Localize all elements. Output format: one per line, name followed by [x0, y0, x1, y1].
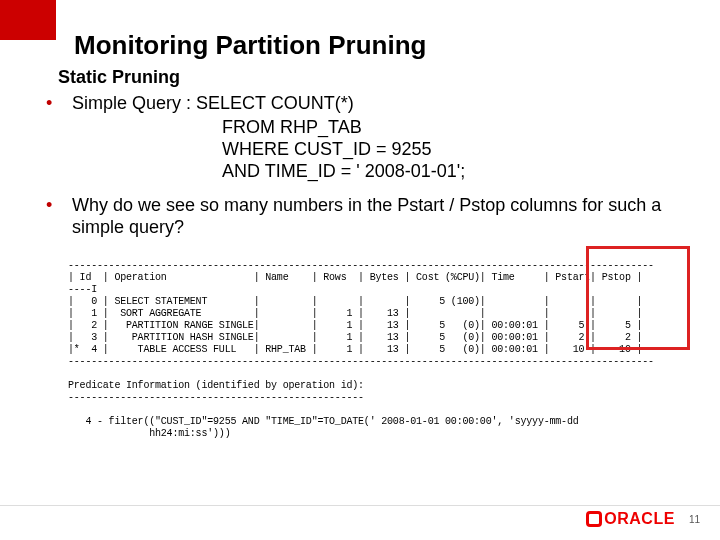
plan-sep-marker: ----I: [68, 284, 97, 295]
bullet-2: • Why do we see so many numbers in the P…: [58, 194, 700, 238]
slide-footer: ORACLE 11: [586, 510, 700, 528]
slide-subtitle: Static Pruning: [58, 67, 700, 88]
footer-divider: [0, 505, 720, 506]
predicate-sep: ----------------------------------------…: [68, 392, 364, 403]
bullet-2-body: Why do we see so many numbers in the Pst…: [72, 194, 700, 238]
predicate-line-1: 4 - filter(("CUST_ID"=9255 AND "TIME_ID"…: [68, 416, 579, 427]
sql-line-4: AND TIME_ID = ' 2008-01-01';: [222, 160, 700, 182]
oracle-o-icon: [586, 511, 602, 527]
sql-line-1: SELECT COUNT(*): [196, 93, 354, 113]
plan-row-3: | 3 | PARTITION HASH SINGLE| | 1 | 13 | …: [68, 332, 642, 343]
bullet-1-body: Simple Query : SELECT COUNT(*): [72, 92, 700, 114]
plan-row-1: | 1 | SORT AGGREGATE | | 1 | 13 | | | | …: [68, 308, 642, 319]
bullet-dot-icon: •: [46, 194, 60, 216]
plan-row-4: |* 4 | TABLE ACCESS FULL | RHP_TAB | 1 |…: [68, 344, 642, 355]
sql-line-2: FROM RHP_TAB: [222, 116, 700, 138]
plan-row-2: | 2 | PARTITION RANGE SINGLE| | 1 | 13 |…: [68, 320, 642, 331]
bullet-dot-icon: •: [46, 92, 60, 114]
bullet-1: • Simple Query : SELECT COUNT(*): [58, 92, 700, 114]
slide-content: Monitoring Partition Pruning Static Prun…: [58, 30, 700, 464]
plan-sep-bottom: ----------------------------------------…: [68, 356, 654, 367]
predicate-header: Predicate Information (identified by ope…: [68, 380, 364, 391]
plan-row-0: | 0 | SELECT STATEMENT | | | | 5 (100)| …: [68, 296, 642, 307]
bullet-1-prefix: Simple Query :: [72, 93, 196, 113]
oracle-logo-text: ORACLE: [604, 510, 675, 528]
slide-title: Monitoring Partition Pruning: [74, 30, 700, 61]
brand-red-block: [0, 0, 56, 40]
plan-sep-top: ----------------------------------------…: [68, 260, 654, 271]
page-number: 11: [689, 514, 700, 525]
sql-line-3: WHERE CUST_ID = 9255: [222, 138, 700, 160]
plan-header-row: | Id | Operation | Name | Rows | Bytes |…: [68, 272, 642, 283]
predicate-line-2: hh24:mi:ss'))): [68, 428, 230, 439]
oracle-logo: ORACLE: [586, 510, 675, 528]
execution-plan: ----------------------------------------…: [68, 248, 700, 464]
